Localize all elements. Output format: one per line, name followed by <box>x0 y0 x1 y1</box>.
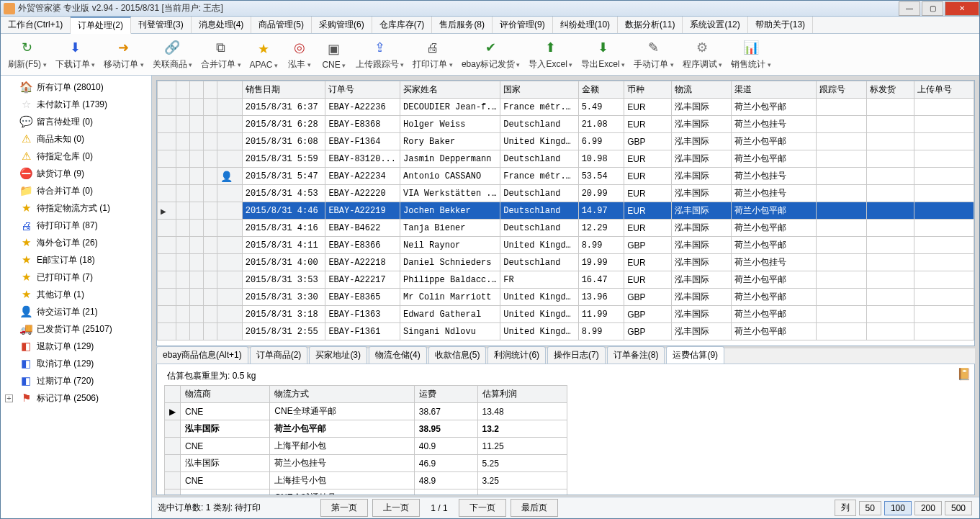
table-row[interactable]: 2015/8/31 4:16EBAY-B4622Tanja BienerDeut… <box>158 220 974 237</box>
sidebar-item[interactable]: ☆未付款订单 (1739) <box>1 96 151 113</box>
sidebar-item[interactable]: ★已打印订单 (7) <box>1 268 151 286</box>
column-header[interactable]: 物流商 <box>181 386 270 403</box>
detail-tab[interactable]: 买家地址(3) <box>309 346 367 364</box>
column-header[interactable]: 估算利润 <box>477 386 567 403</box>
menu-tab[interactable]: 刊登管理(3) <box>131 17 192 33</box>
detail-tab[interactable]: 利润统计(6) <box>487 346 546 364</box>
table-row[interactable]: ▶2015/8/31 4:46EBAY-A22219Jochen BekkerD… <box>158 202 974 220</box>
sidebar-item[interactable]: 🚚已发货订单 (25107) <box>1 320 151 338</box>
table-row[interactable]: 2015/8/31 3:30EBAY-E8365Mr Colin Marriot… <box>158 289 974 306</box>
menu-tab[interactable]: 订单处理(2) <box>71 17 131 34</box>
table-row[interactable]: CNECNE全球通挂号49.772.38 <box>165 489 567 496</box>
toolbar-button[interactable]: ⧉合并订单 ▾ <box>197 37 246 72</box>
sidebar-item[interactable]: +⚑标记订单 (2506) <box>1 389 151 407</box>
column-header[interactable]: 订单号 <box>325 81 400 99</box>
table-row[interactable]: 👤2015/8/31 5:47EBAY-A22234Antonio CASSAN… <box>158 168 974 185</box>
column-header[interactable]: 币种 <box>624 81 672 99</box>
sidebar-item[interactable]: 🖨待打印订单 (87) <box>1 217 151 234</box>
toolbar-button[interactable]: 🔗关联商品 ▾ <box>148 37 197 72</box>
menu-tab[interactable]: 仓库库存(7) <box>372 17 433 33</box>
table-row[interactable]: CNE上海平邮小包40.911.25 <box>165 438 567 455</box>
table-row[interactable]: 2015/8/31 6:37EBAY-A22236DECOUDIER Jean-… <box>158 99 974 116</box>
column-header[interactable]: 上传单号 <box>914 81 974 99</box>
table-row[interactable]: 2015/8/31 2:55EBAY-F1361Singani NdlovuUn… <box>158 323 974 340</box>
table-row[interactable]: 2015/8/31 3:18EBAY-F1363Edward GatheralU… <box>158 306 974 323</box>
detail-tab[interactable]: ebay商品信息(Alt+1) <box>156 346 248 364</box>
pagesize-500[interactable]: 500 <box>945 501 972 515</box>
menu-tab[interactable]: 数据分析(11) <box>618 17 683 33</box>
sidebar-item[interactable]: 👤待交运订单 (21) <box>1 303 151 320</box>
toolbar-button[interactable]: ⬇导出Excel ▾ <box>577 37 629 72</box>
sidebar-item[interactable]: 📁待合并订单 (0) <box>1 182 151 199</box>
sidebar-item[interactable]: 🏠所有订单 (28010) <box>1 78 151 96</box>
toolbar-button[interactable]: ★APAC ▾ <box>246 38 282 71</box>
menu-tab[interactable]: 售后服务(8) <box>432 17 493 33</box>
column-header[interactable]: 跟踪号 <box>816 81 867 99</box>
menu-tab[interactable]: 帮助关于(13) <box>748 17 813 33</box>
detail-tab[interactable]: 物流仓储(4) <box>369 346 427 364</box>
pagesize-100[interactable]: 100 <box>884 501 912 515</box>
minimize-button[interactable]: — <box>899 1 920 16</box>
order-grid-wrap[interactable]: 销售日期订单号买家姓名国家金额币种物流渠道跟踪号标发货上传单号2015/8/31… <box>156 80 975 346</box>
sidebar-item[interactable]: ◧过期订单 (720) <box>1 372 151 389</box>
table-row[interactable]: 2015/8/31 4:00EBAY-A22218Daniel Schniede… <box>158 254 974 271</box>
detail-tab[interactable]: 订单商品(2) <box>250 346 308 364</box>
toolbar-button[interactable]: ▣CNE ▾ <box>317 38 351 71</box>
detail-tab[interactable]: 操作日志(7) <box>547 346 606 364</box>
prev-page-button[interactable]: 上一页 <box>372 499 420 517</box>
toolbar-button[interactable]: 📊销售统计 ▾ <box>727 37 776 72</box>
table-row[interactable]: 2015/8/31 3:53EBAY-A22217Philippe Baldac… <box>158 271 974 289</box>
sidebar-item[interactable]: ◧退款订单 (129) <box>1 338 151 355</box>
column-header[interactable]: 买家姓名 <box>400 81 500 99</box>
table-row[interactable]: CNE上海挂号小包48.93.25 <box>165 472 567 489</box>
toolbar-button[interactable]: ⇪上传跟踪号 ▾ <box>351 37 409 72</box>
table-row[interactable]: 2015/8/31 6:08EBAY-F1364Rory BakerUnited… <box>158 133 974 150</box>
menu-tab[interactable]: 评价管理(9) <box>493 17 553 33</box>
pagesize-50[interactable]: 50 <box>859 501 881 515</box>
detail-tab[interactable]: 运费估算(9) <box>666 346 724 364</box>
book-icon[interactable]: 📔 <box>957 367 971 381</box>
sidebar-item[interactable]: ⚠商品未知 (0) <box>1 130 151 148</box>
toolbar-button[interactable]: ◎泓丰 ▾ <box>282 37 317 72</box>
column-header[interactable]: 运费 <box>414 386 477 403</box>
menu-tab[interactable]: 采购管理(6) <box>312 17 372 33</box>
sidebar-item[interactable]: 💬留言待处理 (0) <box>1 113 151 130</box>
menu-tab[interactable]: 消息处理(4) <box>192 17 252 33</box>
toolbar-button[interactable]: ⬆导入Excel ▾ <box>524 37 577 72</box>
sidebar-item[interactable]: ★E邮宝订单 (18) <box>1 251 151 268</box>
table-row[interactable]: 2015/8/31 4:11EBAY-E8366Neil RaynorUnite… <box>158 237 974 254</box>
menu-tab[interactable]: 系统设置(12) <box>683 17 747 33</box>
last-page-button[interactable]: 最后页 <box>511 499 558 517</box>
table-row[interactable]: 泓丰国际荷兰小包挂号46.95.25 <box>165 455 567 472</box>
column-header[interactable]: 国家 <box>500 81 578 99</box>
toolbar-button[interactable]: ↻刷新(F5) ▾ <box>4 37 51 72</box>
toolbar-button[interactable]: ➜移动订单 ▾ <box>99 37 148 72</box>
toolbar-button[interactable]: ✔ebay标记发货 ▾ <box>457 37 525 72</box>
toolbar-button[interactable]: ✎手动订单 ▾ <box>629 37 678 72</box>
table-row[interactable]: 2015/8/31 6:28EBAY-E8368Holger WeissDeut… <box>158 116 974 133</box>
sidebar-item[interactable]: ⚠待指定仓库 (0) <box>1 148 151 165</box>
toolbar-button[interactable]: ⚙程序调试 ▾ <box>678 37 727 72</box>
column-header[interactable]: 销售日期 <box>242 81 325 99</box>
maximize-button[interactable]: ▢ <box>922 1 943 16</box>
next-page-button[interactable]: 下一页 <box>459 499 506 517</box>
table-row[interactable]: 2015/8/31 4:53EBAY-A22220VIA Werkstätten… <box>158 185 974 202</box>
column-header[interactable]: 标发货 <box>867 81 914 99</box>
table-row[interactable]: 2015/8/31 5:59EBAY-83120...Jasmin Depper… <box>158 150 974 168</box>
expand-icon[interactable]: + <box>5 394 13 402</box>
first-page-button[interactable]: 第一页 <box>320 499 368 517</box>
sidebar-item[interactable]: ★待指定物流方式 (1) <box>1 199 151 217</box>
menu-tab[interactable]: 工作台(Ctrl+1) <box>1 17 71 33</box>
toolbar-button[interactable]: ⬇下载订单 ▾ <box>51 37 100 72</box>
sidebar-item[interactable]: ◧取消订单 (129) <box>1 355 151 372</box>
menu-tab[interactable]: 商品管理(5) <box>251 17 312 33</box>
sidebar-item[interactable]: ★其他订单 (1) <box>1 286 151 303</box>
shipping-grid[interactable]: 物流商物流方式运费估算利润▶CNECNE全球通平邮38.6713.48泓丰国际荷… <box>164 385 567 495</box>
menu-tab[interactable]: 纠纷处理(10) <box>553 17 618 33</box>
detail-tab[interactable]: 收款信息(5) <box>428 346 487 364</box>
toolbar-button[interactable]: 🖨打印订单 ▾ <box>408 37 457 72</box>
sidebar-item[interactable]: ★海外仓订单 (26) <box>1 234 151 251</box>
close-button[interactable]: ✕ <box>945 1 979 16</box>
columns-button[interactable]: 列 <box>835 500 856 516</box>
column-header[interactable]: 物流方式 <box>270 386 415 403</box>
